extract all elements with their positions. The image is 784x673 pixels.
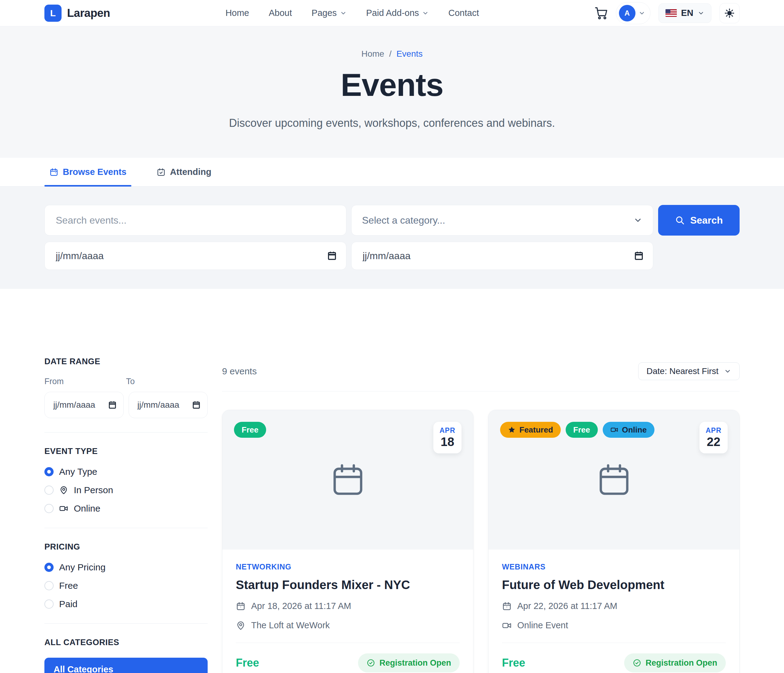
event-datetime: Apr 18, 2026 at 11:17 AM [251, 601, 351, 611]
category-select-value: Select a category... [362, 215, 445, 226]
event-card-startup-founders-mixer[interactable]: Free APR 18 NETWORKING Startup Founders … [222, 410, 473, 673]
video-icon [610, 426, 618, 434]
nav-contact[interactable]: Contact [448, 8, 479, 18]
radio-unchecked[interactable] [44, 486, 54, 495]
from-date-field [44, 392, 124, 418]
calendar-icon [236, 601, 246, 611]
pricing-any[interactable]: Any Pricing [44, 562, 208, 573]
radio-unchecked[interactable] [44, 600, 54, 609]
calendar-icon [49, 168, 59, 177]
page-subtitle: Discover upcoming events, workshops, con… [44, 117, 740, 129]
nav-paid-addons[interactable]: Paid Add-ons [366, 8, 429, 18]
start-date-input[interactable] [44, 242, 346, 270]
page-title: Events [44, 67, 740, 103]
event-location: The Loft at WeWork [251, 620, 330, 631]
event-title[interactable]: Startup Founders Mixer - NYC [236, 578, 460, 592]
event-datetime-row: Apr 18, 2026 at 11:17 AM [236, 601, 460, 611]
language-selector[interactable]: EN [658, 3, 711, 23]
free-badge-label: Free [573, 425, 590, 435]
all-categories-button[interactable]: All Categories [44, 658, 208, 673]
nav-pages[interactable]: Pages [311, 8, 346, 18]
sun-icon [724, 8, 735, 19]
logo-letter: L [50, 8, 56, 19]
main-nav: Home About Pages Paid Add-ons Contact [226, 8, 479, 18]
search-button[interactable]: Search [658, 205, 740, 235]
breadcrumb-current[interactable]: Events [396, 49, 423, 59]
to-label: To [126, 377, 208, 386]
free-badge: Free [234, 422, 266, 438]
pricing-paid[interactable]: Paid [44, 599, 208, 609]
chevron-down-icon [724, 368, 731, 375]
theme-toggle-button[interactable] [719, 3, 740, 23]
category-select[interactable]: Select a category... [351, 205, 653, 235]
chevron-down-icon [639, 10, 645, 17]
event-card-body: WEBINARS Future of Web Development Apr 2… [488, 550, 739, 673]
end-date-input[interactable] [351, 242, 653, 270]
nav-home-label: Home [226, 8, 249, 18]
breadcrumb-home[interactable]: Home [361, 49, 384, 59]
filter-bar: Select a category... Search [0, 187, 784, 289]
calendar-icon[interactable] [327, 251, 337, 261]
event-price: Free [236, 656, 259, 669]
radio-checked[interactable] [44, 467, 54, 476]
events-column: 9 events Date: Nearest First Free APR 18 [222, 357, 740, 673]
event-image-placeholder: Free APR 18 [222, 410, 473, 550]
event-category[interactable]: NETWORKING [236, 562, 460, 571]
results-count: 9 events [222, 366, 257, 377]
main-content: DATE RANGE From To EVENT TYPE [44, 289, 740, 673]
event-datetime-row: Apr 22, 2026 at 11:17 AM [502, 601, 726, 611]
radio-unchecked[interactable] [44, 504, 54, 513]
map-pin-icon [59, 486, 68, 495]
event-type-in-person[interactable]: In Person [44, 485, 208, 495]
filters-sidebar: DATE RANGE From To EVENT TYPE [44, 357, 208, 673]
pricing-paid-label: Paid [59, 599, 78, 609]
tab-attending-label: Attending [170, 167, 211, 177]
calendar-icon[interactable] [634, 251, 644, 261]
event-category[interactable]: WEBINARS [502, 562, 726, 571]
sidebar-divider [44, 528, 208, 528]
calendar-placeholder-icon [329, 461, 367, 499]
event-price: Free [502, 656, 525, 669]
event-type-any-label: Any Type [59, 467, 97, 477]
search-input[interactable] [44, 205, 346, 235]
nav-pages-label: Pages [311, 8, 337, 18]
user-menu-button[interactable]: A [616, 2, 650, 24]
online-badge-label: Online [622, 425, 647, 435]
event-card-future-of-web-development[interactable]: Featured Free Online APR 22 [488, 410, 740, 673]
brand-logo[interactable]: L Larapen [44, 5, 110, 22]
end-date-field [351, 242, 653, 270]
event-type-heading: EVENT TYPE [44, 447, 208, 456]
event-location-row: Online Event [502, 620, 726, 631]
event-date-chip: APR 22 [700, 422, 728, 453]
event-title[interactable]: Future of Web Development [502, 578, 726, 592]
event-type-section: EVENT TYPE Any Type In Person Online [44, 447, 208, 514]
language-code: EN [681, 8, 693, 18]
tab-attending[interactable]: Attending [152, 158, 216, 186]
pricing-free[interactable]: Free [44, 581, 208, 591]
pricing-heading: PRICING [44, 542, 208, 552]
cart-button[interactable] [594, 6, 608, 20]
search-icon [675, 215, 685, 225]
chevron-down-icon [422, 10, 429, 17]
event-datetime: Apr 22, 2026 at 11:17 AM [517, 601, 618, 611]
tabs-bar: Browse Events Attending [0, 158, 784, 187]
nav-about[interactable]: About [269, 8, 292, 18]
event-location-row: The Loft at WeWork [236, 620, 460, 631]
radio-unchecked[interactable] [44, 581, 54, 590]
event-type-online[interactable]: Online [44, 503, 208, 514]
event-location: Online Event [517, 620, 568, 631]
free-badge-label: Free [242, 425, 258, 435]
calendar-icon[interactable] [192, 400, 201, 410]
date-range-heading: DATE RANGE [44, 357, 208, 366]
event-type-any[interactable]: Any Type [44, 467, 208, 477]
registration-status-label: Registration Open [380, 658, 451, 668]
tab-browse-events-label: Browse Events [63, 167, 126, 177]
radio-checked[interactable] [44, 563, 54, 572]
nav-home[interactable]: Home [226, 8, 249, 18]
pricing-free-label: Free [59, 581, 78, 591]
calendar-icon[interactable] [108, 400, 117, 410]
from-label: From [44, 377, 126, 386]
sort-dropdown[interactable]: Date: Nearest First [638, 362, 740, 380]
tab-browse-events[interactable]: Browse Events [44, 158, 131, 186]
registration-status-badge: Registration Open [624, 653, 726, 672]
